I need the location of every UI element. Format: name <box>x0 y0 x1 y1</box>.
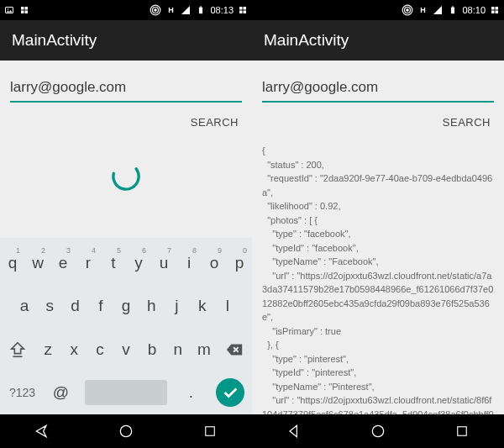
bbm-icon-right <box>237 4 249 16</box>
hotspot-icon <box>402 4 413 16</box>
period-key[interactable]: . <box>176 374 206 411</box>
svg-rect-26 <box>491 11 495 14</box>
signal-icon <box>180 4 192 16</box>
key-e[interactable]: 3e <box>52 245 74 282</box>
app-title: MainActivity <box>264 31 349 50</box>
svg-rect-11 <box>239 7 243 10</box>
svg-rect-5 <box>25 11 29 14</box>
loading-spinner-icon <box>108 159 144 194</box>
battery-icon <box>195 4 207 16</box>
keyboard-row-4: ?123@. <box>0 372 252 415</box>
key-x[interactable]: x <box>63 331 86 368</box>
signal-h-icon: H <box>165 4 176 16</box>
nav-back-button[interactable] <box>284 421 304 441</box>
key-v[interactable]: v <box>115 331 138 368</box>
space-key[interactable] <box>79 374 173 411</box>
app-bar: MainActivity <box>0 20 252 61</box>
hotspot-icon <box>150 4 161 16</box>
navigation-bar <box>252 414 504 448</box>
image-icon <box>3 4 15 16</box>
key-g[interactable]: g <box>115 287 137 324</box>
clock: 08:10 <box>462 5 486 15</box>
key-y[interactable]: 6y <box>128 245 150 282</box>
svg-rect-24 <box>491 7 495 10</box>
svg-point-17 <box>120 425 131 436</box>
main-content: SEARCH <box>0 61 252 238</box>
clock: 08:13 <box>210 5 234 15</box>
bbm-icon <box>18 4 30 16</box>
soft-keyboard[interactable]: 1q2w3e4r5t6y7u8i9o0p asdfghjkl zxcvbnm ?… <box>0 238 252 414</box>
email-field[interactable] <box>10 74 242 103</box>
svg-rect-3 <box>25 7 29 10</box>
main-content: SEARCH { "status" : 200, "requestId" : "… <box>252 61 504 414</box>
svg-rect-10 <box>201 6 202 7</box>
svg-rect-9 <box>199 8 202 14</box>
keyboard-row-1: 1q2w3e4r5t6y7u8i9o0p <box>0 241 252 285</box>
key-u[interactable]: 7u <box>153 245 175 282</box>
key-p[interactable]: 0p <box>228 245 250 282</box>
key-z[interactable]: z <box>37 331 60 368</box>
svg-rect-13 <box>239 11 243 14</box>
svg-point-6 <box>155 9 156 11</box>
keyboard-row-3: zxcvbnm <box>0 328 252 372</box>
svg-rect-4 <box>21 11 24 14</box>
svg-point-28 <box>372 425 383 436</box>
key-o[interactable]: 9o <box>203 245 225 282</box>
status-bar: H 08:13 <box>0 0 252 20</box>
key-w[interactable]: 2w <box>27 245 49 282</box>
result-text: { "status" : 200, "requestId" : "2daa920… <box>262 144 494 414</box>
symbols-key[interactable]: ?123 <box>2 374 43 411</box>
svg-rect-18 <box>206 427 215 436</box>
svg-rect-12 <box>244 7 247 10</box>
backspace-key[interactable] <box>218 331 250 368</box>
nav-home-button[interactable] <box>116 421 136 441</box>
svg-rect-14 <box>244 11 247 14</box>
key-i[interactable]: 8i <box>178 245 200 282</box>
key-d[interactable]: d <box>64 287 86 324</box>
key-n[interactable]: n <box>166 331 189 368</box>
key-l[interactable]: l <box>217 287 239 324</box>
key-h[interactable]: h <box>140 287 162 324</box>
bbm-icon-right <box>489 4 501 16</box>
left-screen: H 08:13 MainActivity SEARCH 1q2w3e4r5t6y… <box>0 0 252 448</box>
key-a[interactable]: a <box>13 287 35 324</box>
svg-rect-23 <box>453 6 454 7</box>
key-r[interactable]: 4r <box>77 245 99 282</box>
navigation-bar <box>0 414 252 448</box>
at-key[interactable]: @ <box>46 374 76 411</box>
app-title: MainActivity <box>12 31 97 50</box>
key-m[interactable]: m <box>192 331 215 368</box>
right-screen: H 08:10 MainActivity SEARCH { "status" :… <box>252 0 504 448</box>
key-j[interactable]: j <box>165 287 187 324</box>
svg-rect-2 <box>21 7 24 10</box>
nav-home-button[interactable] <box>368 421 388 441</box>
email-field[interactable] <box>262 74 494 103</box>
svg-rect-22 <box>451 8 454 14</box>
svg-rect-25 <box>496 7 499 10</box>
shift-key[interactable] <box>2 331 34 368</box>
key-k[interactable]: k <box>192 287 213 324</box>
keyboard-row-2: asdfghjkl <box>0 285 252 329</box>
enter-key[interactable] <box>209 374 250 411</box>
key-f[interactable]: f <box>90 287 112 324</box>
svg-point-1 <box>8 8 9 10</box>
nav-recent-button[interactable] <box>452 421 472 441</box>
svg-rect-27 <box>496 11 499 14</box>
search-button[interactable]: SEARCH <box>187 111 242 134</box>
signal-h-icon: H <box>417 4 428 16</box>
app-bar: MainActivity <box>252 20 504 61</box>
svg-point-19 <box>407 9 408 11</box>
svg-point-15 <box>108 159 143 193</box>
key-b[interactable]: b <box>140 331 163 368</box>
nav-back-button[interactable] <box>32 421 52 441</box>
key-q[interactable]: 1q <box>2 245 24 282</box>
search-button[interactable]: SEARCH <box>439 111 494 134</box>
battery-icon <box>447 4 459 16</box>
signal-icon <box>432 4 444 16</box>
key-t[interactable]: 5t <box>102 245 124 282</box>
status-bar: H 08:10 <box>252 0 504 20</box>
key-s[interactable]: s <box>39 287 60 324</box>
key-c[interactable]: c <box>89 331 112 368</box>
nav-recent-button[interactable] <box>200 421 220 441</box>
svg-rect-29 <box>458 427 467 436</box>
